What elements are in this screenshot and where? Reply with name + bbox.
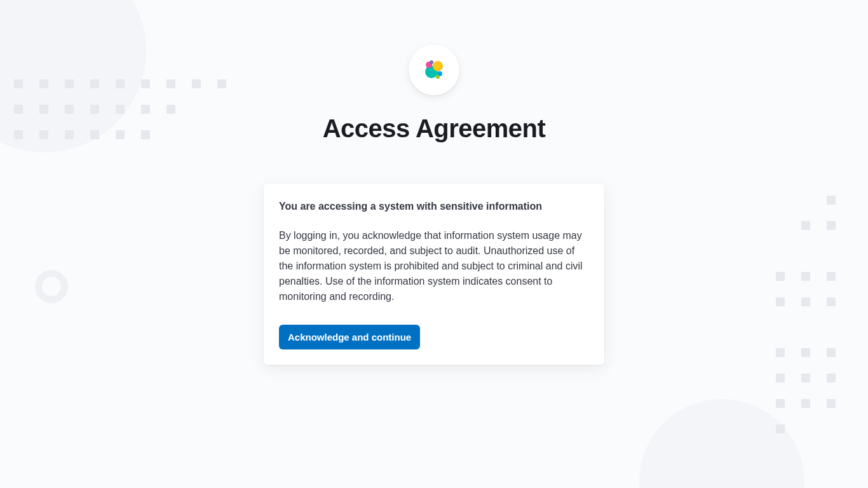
logo-container (409, 44, 459, 95)
svg-point-5 (436, 75, 440, 79)
svg-point-4 (430, 60, 433, 64)
agreement-body-text: By logging in, you acknowledge that info… (279, 228, 589, 304)
agreement-heading: You are accessing a system with sensitiv… (279, 199, 589, 214)
agreement-card: You are accessing a system with sensitiv… (264, 184, 604, 365)
page-title: Access Agreement (323, 114, 546, 143)
elastic-logo-icon (421, 57, 447, 83)
svg-point-1 (433, 61, 443, 71)
acknowledge-button[interactable]: Acknowledge and continue (279, 325, 420, 349)
main-content: Access Agreement You are accessing a sys… (0, 0, 868, 365)
